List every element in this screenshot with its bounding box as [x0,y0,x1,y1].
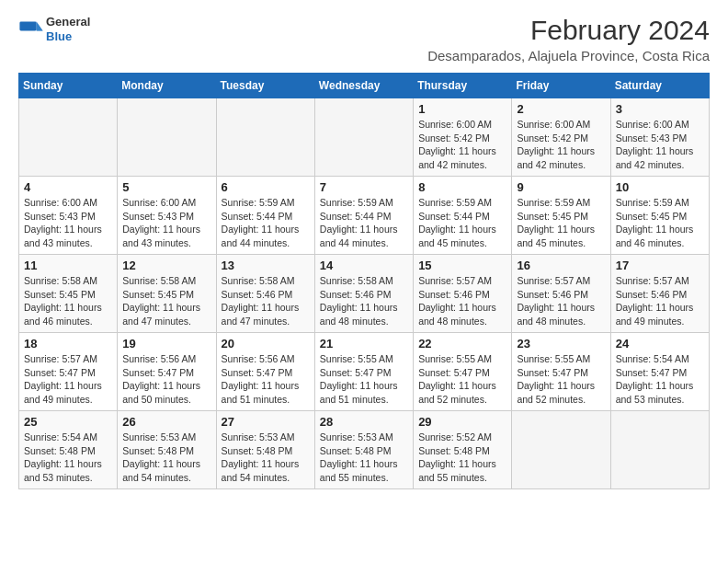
day-info: Sunrise: 5:55 AMSunset: 5:47 PMDaylight:… [418,352,506,407]
day-number: 23 [517,337,605,350]
day-cell: 24Sunrise: 5:54 AMSunset: 5:47 PMDayligh… [610,333,709,411]
day-info: Sunrise: 5:57 AMSunset: 5:46 PMDaylight:… [517,274,605,328]
day-info: Sunrise: 5:53 AMSunset: 5:48 PMDaylight:… [320,431,408,485]
day-cell: 12Sunrise: 5:58 AMSunset: 5:45 PMDayligh… [118,255,216,333]
header-monday: Monday [118,74,216,98]
day-number: 10 [616,180,704,194]
day-info: Sunrise: 5:54 AMSunset: 5:48 PMDaylight:… [24,431,112,485]
day-info: Sunrise: 5:59 AMSunset: 5:44 PMDaylight:… [418,196,506,250]
day-cell: 5Sunrise: 6:00 AMSunset: 5:43 PMDaylight… [118,177,216,255]
subtitle: Desamparados, Alajuela Province, Costa R… [90,48,710,63]
week-row-2: 11Sunrise: 5:58 AMSunset: 5:45 PMDayligh… [19,255,710,333]
day-info: Sunrise: 5:54 AMSunset: 5:47 PMDaylight:… [616,352,704,407]
header-thursday: Thursday [414,74,512,98]
calendar-header: SundayMondayTuesdayWednesdayThursdayFrid… [19,74,710,98]
day-number: 4 [24,180,112,194]
day-info: Sunrise: 6:00 AMSunset: 5:43 PMDaylight:… [24,196,112,250]
day-cell: 26Sunrise: 5:53 AMSunset: 5:48 PMDayligh… [118,411,216,489]
week-row-1: 4Sunrise: 6:00 AMSunset: 5:43 PMDaylight… [19,177,710,255]
day-info: Sunrise: 5:58 AMSunset: 5:46 PMDaylight:… [320,274,408,328]
header-tuesday: Tuesday [216,74,314,98]
day-info: Sunrise: 5:56 AMSunset: 5:47 PMDaylight:… [222,352,310,407]
day-info: Sunrise: 6:00 AMSunset: 5:43 PMDaylight:… [122,196,210,250]
day-number: 28 [320,415,408,429]
day-cell: 8Sunrise: 5:59 AMSunset: 5:44 PMDaylight… [414,177,512,255]
day-cell: 7Sunrise: 5:59 AMSunset: 5:44 PMDaylight… [314,177,413,255]
week-row-3: 18Sunrise: 5:57 AMSunset: 5:47 PMDayligh… [19,333,710,411]
day-cell: 27Sunrise: 5:53 AMSunset: 5:48 PMDayligh… [216,411,314,489]
day-info: Sunrise: 6:00 AMSunset: 5:43 PMDaylight:… [616,118,704,172]
day-number: 20 [222,337,310,350]
day-cell: 25Sunrise: 5:54 AMSunset: 5:48 PMDayligh… [19,411,118,489]
day-cell: 14Sunrise: 5:58 AMSunset: 5:46 PMDayligh… [314,255,413,333]
day-cell: 29Sunrise: 5:52 AMSunset: 5:48 PMDayligh… [414,411,512,489]
calendar-table: SundayMondayTuesdayWednesdayThursdayFrid… [18,73,710,489]
day-cell: 15Sunrise: 5:57 AMSunset: 5:46 PMDayligh… [414,255,512,333]
day-cell: 1Sunrise: 6:00 AMSunset: 5:42 PMDaylight… [414,98,512,177]
day-cell: 18Sunrise: 5:57 AMSunset: 5:47 PMDayligh… [19,333,118,411]
week-row-4: 25Sunrise: 5:54 AMSunset: 5:48 PMDayligh… [19,411,710,489]
day-number: 9 [517,180,605,194]
day-cell: 10Sunrise: 5:59 AMSunset: 5:45 PMDayligh… [610,177,709,255]
logo: General Blue [18,15,90,43]
day-info: Sunrise: 5:58 AMSunset: 5:45 PMDaylight:… [24,274,112,328]
title-block: February 2024 Desamparados, Alajuela Pro… [90,15,710,63]
day-number: 14 [320,259,408,272]
day-cell: 11Sunrise: 5:58 AMSunset: 5:45 PMDayligh… [19,255,118,333]
day-number: 16 [517,259,605,272]
day-info: Sunrise: 5:59 AMSunset: 5:44 PMDaylight:… [320,196,408,250]
day-number: 1 [418,102,506,116]
svg-rect-2 [19,21,36,30]
day-number: 12 [122,259,210,272]
day-number: 26 [122,415,210,429]
day-cell: 20Sunrise: 5:56 AMSunset: 5:47 PMDayligh… [216,333,314,411]
day-number: 7 [320,180,408,194]
day-info: Sunrise: 5:55 AMSunset: 5:47 PMDaylight:… [517,352,605,407]
day-info: Sunrise: 5:59 AMSunset: 5:44 PMDaylight:… [222,196,310,250]
day-cell [314,98,413,177]
day-number: 8 [418,180,506,194]
day-info: Sunrise: 5:58 AMSunset: 5:46 PMDaylight:… [222,274,310,328]
day-cell: 6Sunrise: 5:59 AMSunset: 5:44 PMDaylight… [216,177,314,255]
day-cell [19,98,118,177]
week-row-0: 1Sunrise: 6:00 AMSunset: 5:42 PMDaylight… [19,98,710,177]
logo-icon [18,17,44,42]
day-info: Sunrise: 5:53 AMSunset: 5:48 PMDaylight:… [122,431,210,485]
logo-text: General Blue [46,15,90,43]
day-number: 19 [122,337,210,350]
main-title: February 2024 [90,15,710,46]
day-cell: 3Sunrise: 6:00 AMSunset: 5:43 PMDaylight… [610,98,709,177]
header-saturday: Saturday [610,74,709,98]
page-header: General Blue February 2024 Desamparados,… [18,15,710,63]
day-cell: 23Sunrise: 5:55 AMSunset: 5:47 PMDayligh… [512,333,610,411]
day-cell: 17Sunrise: 5:57 AMSunset: 5:46 PMDayligh… [610,255,709,333]
day-info: Sunrise: 5:57 AMSunset: 5:47 PMDaylight:… [24,352,112,407]
day-cell: 13Sunrise: 5:58 AMSunset: 5:46 PMDayligh… [216,255,314,333]
day-cell [610,411,709,489]
day-number: 24 [616,337,704,350]
day-cell [216,98,314,177]
day-info: Sunrise: 5:59 AMSunset: 5:45 PMDaylight:… [517,196,605,250]
day-number: 11 [24,259,112,272]
day-cell: 19Sunrise: 5:56 AMSunset: 5:47 PMDayligh… [118,333,216,411]
svg-marker-1 [37,21,43,30]
day-number: 27 [222,415,310,429]
day-cell: 9Sunrise: 5:59 AMSunset: 5:45 PMDaylight… [512,177,610,255]
day-number: 18 [24,337,112,350]
day-cell: 2Sunrise: 6:00 AMSunset: 5:42 PMDaylight… [512,98,610,177]
day-info: Sunrise: 6:00 AMSunset: 5:42 PMDaylight:… [517,118,605,172]
day-cell: 28Sunrise: 5:53 AMSunset: 5:48 PMDayligh… [314,411,413,489]
day-info: Sunrise: 5:55 AMSunset: 5:47 PMDaylight:… [320,352,408,407]
day-cell [512,411,610,489]
header-wednesday: Wednesday [314,74,413,98]
day-number: 6 [222,180,310,194]
day-info: Sunrise: 5:56 AMSunset: 5:47 PMDaylight:… [122,352,210,407]
day-number: 2 [517,102,605,116]
header-friday: Friday [512,74,610,98]
day-number: 5 [122,180,210,194]
day-cell [118,98,216,177]
day-info: Sunrise: 5:53 AMSunset: 5:48 PMDaylight:… [222,431,310,485]
day-number: 22 [418,337,506,350]
day-number: 3 [616,102,704,116]
day-cell: 22Sunrise: 5:55 AMSunset: 5:47 PMDayligh… [414,333,512,411]
